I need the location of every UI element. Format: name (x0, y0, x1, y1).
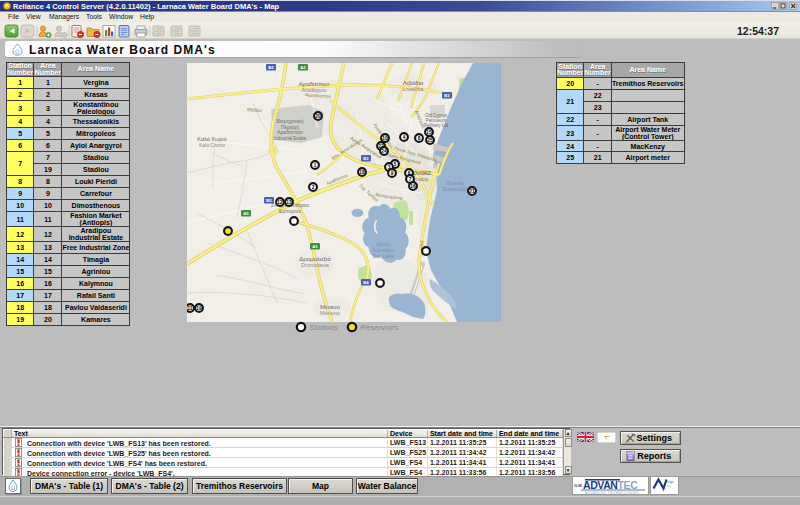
svg-text:A5: A5 (243, 211, 249, 216)
svg-text:10: 10 (382, 136, 388, 141)
svg-text:8: 8 (418, 136, 421, 141)
svg-text:16: 16 (410, 184, 416, 189)
svg-text:B2: B2 (268, 65, 274, 70)
svg-text:Kalo Chorio: Kalo Chorio (199, 142, 225, 148)
svg-text:13: 13 (286, 200, 292, 205)
svg-text:G.M.: G.M. (574, 483, 583, 488)
svg-text:Meneou: Meneou (320, 310, 340, 316)
svg-text:Livadhia: Livadhia (403, 86, 424, 92)
svg-text:ADVANCED TECHNOLOGIES: ADVANCED TECHNOLOGIES (585, 491, 639, 495)
svg-text:2: 2 (312, 185, 315, 190)
svg-text:6: 6 (408, 171, 411, 176)
svg-text:B3: B3 (444, 93, 450, 98)
svg-text:24: 24 (381, 149, 387, 154)
svg-text:tec: tec (667, 484, 672, 488)
svg-text:19: 19 (196, 306, 202, 311)
svg-text:25: 25 (427, 138, 433, 143)
svg-text:1: 1 (314, 163, 317, 168)
svg-text:15: 15 (426, 130, 432, 135)
svg-text:ADVANTEC: ADVANTEC (583, 479, 638, 491)
svg-text:A1: A1 (312, 244, 318, 249)
svg-text:Αραδίππου: Αραδίππου (277, 129, 303, 135)
svg-text:A2: A2 (300, 65, 306, 70)
svg-text:12: 12 (277, 200, 283, 205)
svg-text:9: 9 (391, 171, 394, 176)
svg-text:4: 4 (403, 135, 406, 140)
svg-text:21: 21 (469, 189, 475, 194)
svg-text:Reservoirs: Reservoirs (360, 323, 398, 332)
svg-text:Dromolaxia: Dromolaxia (301, 262, 330, 268)
svg-text:Refinery Ltd: Refinery Ltd (424, 123, 449, 128)
svg-text:Stations: Stations (309, 323, 338, 332)
svg-text:20: 20 (315, 114, 321, 119)
svg-text:3: 3 (388, 165, 391, 170)
svg-text:B2: B2 (266, 198, 272, 203)
svg-text:7: 7 (409, 177, 412, 182)
svg-text:5: 5 (394, 162, 397, 167)
svg-text:B2: B2 (363, 156, 369, 161)
svg-text:B4: B4 (363, 280, 369, 285)
svg-text:Εξόδου: Εξόδου (247, 106, 263, 113)
svg-text:Εμπορίου: Εμπορίου (279, 208, 301, 214)
svg-text:18: 18 (359, 170, 365, 175)
svg-text:11: 11 (187, 306, 192, 311)
svg-text:Salt Lake: Salt Lake (373, 253, 394, 259)
svg-text:Industrial Estate: Industrial Estate (274, 136, 307, 141)
